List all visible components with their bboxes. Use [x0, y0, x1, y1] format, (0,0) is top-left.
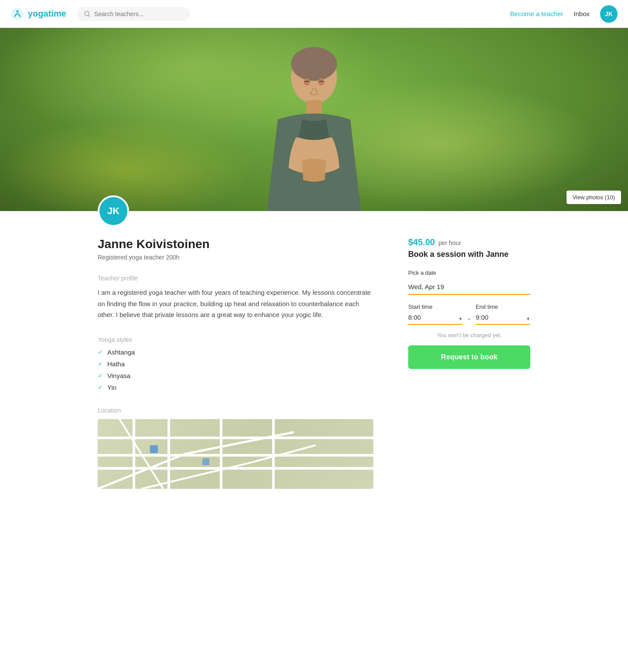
inbox-link[interactable]: Inbox	[573, 10, 590, 17]
search-bar[interactable]	[77, 7, 190, 21]
check-icon: ✓	[98, 348, 103, 355]
style-name: Yin	[107, 384, 116, 391]
svg-point-9	[291, 47, 337, 81]
end-time-col: End time 8:008:309:009:3010:0010:3011:00…	[476, 304, 530, 325]
search-input[interactable]	[94, 10, 181, 17]
time-row: Start time 7:007:308:008:309:009:3010:00…	[408, 304, 530, 325]
map-roads-svg	[98, 419, 373, 489]
price-value: $45.00	[408, 237, 435, 247]
style-item: ✓Ashtanga	[98, 348, 373, 356]
svg-rect-12	[150, 445, 158, 453]
booking-title: Book a session with Janne	[408, 250, 530, 259]
user-avatar-button[interactable]: JK	[600, 5, 618, 23]
teacher-name: Janne Koivistoinen	[98, 237, 373, 251]
location-section: Location	[98, 407, 373, 489]
become-teacher-link[interactable]: Become a teacher	[510, 10, 563, 17]
navbar-right: Become a teacher Inbox JK	[510, 5, 618, 23]
logo-text: yogatime	[28, 9, 66, 19]
style-name: Vinyasa	[107, 372, 130, 379]
logo[interactable]: yogatime	[10, 7, 66, 21]
date-field: Pick a date	[408, 269, 530, 304]
styles-section: Yooga styles ✓Ashtanga✓Hatha✓Vinyasa✓Yin	[98, 336, 373, 391]
start-time-select[interactable]: 7:007:308:008:309:009:3010:0010:3011:00	[408, 314, 463, 321]
style-item: ✓Hatha	[98, 360, 373, 368]
view-photos-button[interactable]: View photos (10)	[567, 191, 621, 204]
teacher-bio: I am a registered yoga teacher with four…	[98, 287, 373, 321]
content-layout: Janne Koivistoinen Registered yoga teach…	[87, 237, 541, 489]
end-time-wrapper: 8:008:309:009:3010:0010:3011:0011:3012:0…	[476, 314, 530, 325]
end-time-select[interactable]: 8:008:309:009:3010:0010:3011:0011:3012:0…	[476, 314, 530, 321]
end-time-label: End time	[476, 304, 530, 310]
start-time-label: Start time	[408, 304, 463, 310]
location-label: Location	[98, 407, 373, 414]
time-separator: -	[468, 315, 470, 323]
booking-card: $45.00 per hour Book a session with Jann…	[408, 237, 530, 489]
check-icon: ✓	[98, 360, 103, 367]
styles-label: Yooga styles	[98, 336, 373, 343]
svg-point-1	[17, 10, 19, 12]
hero-image	[0, 28, 628, 211]
search-icon	[84, 10, 91, 17]
price-line: $45.00 per hour	[408, 237, 530, 247]
hero-svg	[0, 28, 628, 211]
hero-section: View photos (10)	[0, 28, 628, 211]
left-column: Janne Koivistoinen Registered yoga teach…	[98, 237, 373, 489]
style-name: Ashtanga	[107, 348, 135, 356]
check-icon: ✓	[98, 372, 103, 379]
style-name: Hatha	[107, 360, 125, 368]
teacher-avatar: JK	[98, 195, 129, 227]
map-placeholder	[98, 419, 373, 489]
charge-note: You won't be charged yet.	[408, 332, 530, 338]
logo-icon	[10, 7, 24, 21]
svg-rect-13	[202, 458, 209, 465]
check-icon: ✓	[98, 384, 103, 391]
style-item: ✓Yin	[98, 384, 373, 391]
request-to-book-button[interactable]: Request to book	[408, 345, 530, 369]
date-input[interactable]	[408, 280, 530, 295]
navbar: yogatime Become a teacher Inbox JK	[0, 0, 628, 28]
style-item: ✓Vinyasa	[98, 372, 373, 379]
start-time-wrapper: 7:007:308:008:309:009:3010:0010:3011:00 …	[408, 314, 463, 325]
styles-list: ✓Ashtanga✓Hatha✓Vinyasa✓Yin	[98, 348, 373, 391]
profile-section-label: Teacher profile	[98, 275, 373, 282]
price-unit: per hour	[438, 239, 461, 246]
start-time-col: Start time 7:007:308:008:309:009:3010:00…	[408, 304, 463, 325]
pick-date-label: Pick a date	[408, 269, 530, 276]
teacher-subtitle: Registered yoga teacher 200h	[98, 254, 373, 261]
